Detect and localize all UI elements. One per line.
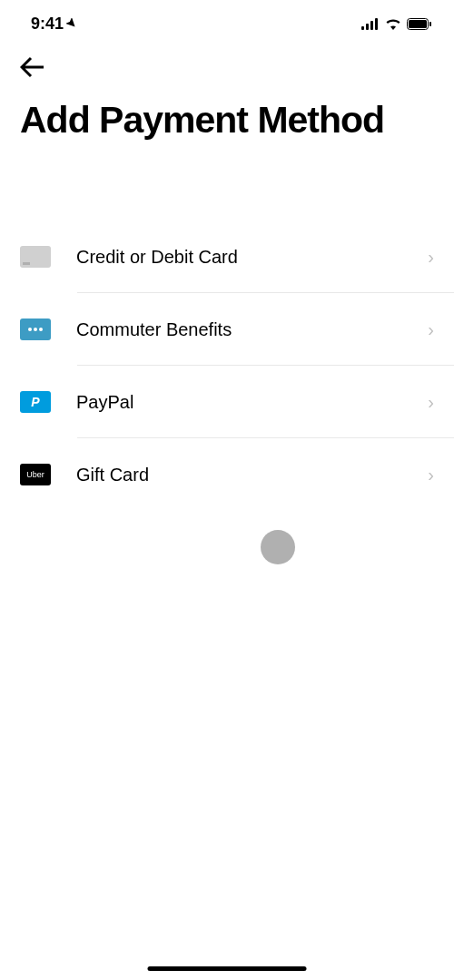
svg-point-7 [28, 328, 32, 331]
back-button[interactable] [0, 40, 454, 82]
page-title: Add Payment Method [0, 82, 454, 141]
svg-rect-3 [375, 18, 378, 30]
paypal-icon: P [20, 391, 51, 413]
status-time: 9:41 [31, 15, 77, 34]
credit-card-icon [20, 246, 51, 268]
battery-icon [407, 18, 432, 30]
payment-option-commuter[interactable]: Commuter Benefits › [0, 293, 454, 366]
payment-option-paypal[interactable]: P PayPal › [0, 366, 454, 438]
location-icon [66, 18, 77, 29]
svg-rect-2 [370, 21, 373, 30]
touch-indicator [261, 530, 295, 564]
payment-method-list: Credit or Debit Card › Commuter Benefits… [0, 220, 454, 511]
home-indicator[interactable] [148, 966, 307, 971]
chevron-right-icon: › [428, 319, 434, 340]
svg-point-9 [39, 328, 43, 331]
chevron-right-icon: › [428, 247, 434, 268]
uber-gift-card-icon: Uber [20, 464, 51, 485]
svg-point-8 [34, 328, 37, 331]
payment-option-gift-card[interactable]: Uber Gift Card › [0, 438, 454, 511]
chevron-right-icon: › [428, 465, 434, 485]
payment-option-credit-card[interactable]: Credit or Debit Card › [0, 220, 454, 293]
commuter-icon [20, 318, 51, 340]
svg-rect-5 [409, 20, 427, 28]
payment-label: Commuter Benefits [76, 319, 428, 340]
cellular-icon [361, 18, 380, 30]
status-icons [361, 18, 432, 30]
payment-label: PayPal [76, 392, 428, 413]
svg-rect-0 [361, 26, 364, 30]
time-text: 9:41 [31, 15, 64, 34]
svg-rect-6 [429, 22, 431, 26]
payment-label: Gift Card [76, 465, 428, 485]
wifi-icon [385, 18, 401, 30]
status-bar: 9:41 [0, 0, 454, 40]
svg-rect-1 [366, 24, 369, 30]
back-arrow-icon [20, 56, 45, 78]
payment-label: Credit or Debit Card [76, 247, 428, 268]
chevron-right-icon: › [428, 392, 434, 413]
